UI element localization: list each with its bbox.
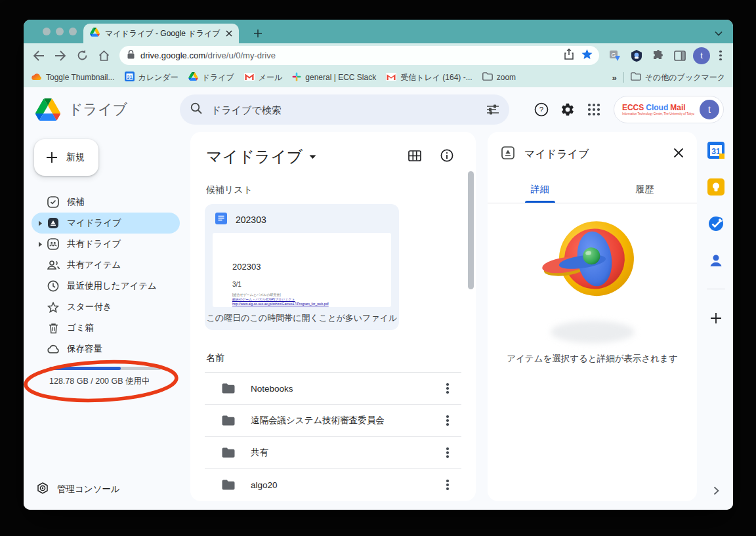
bookmarks-overflow-chevrons[interactable]: » — [612, 73, 617, 83]
back-icon[interactable] — [30, 47, 47, 64]
search-bar[interactable] — [180, 94, 509, 125]
table-row[interactable]: algo20 — [205, 469, 461, 501]
browser-menu-kebab-icon[interactable] — [715, 47, 726, 64]
table-row[interactable]: 共有 — [205, 437, 461, 469]
translate-icon[interactable]: G — [606, 47, 623, 64]
reload-icon[interactable] — [74, 47, 91, 64]
sidebar-item-storage[interactable]: 保存容量 — [32, 339, 180, 360]
tab-close-icon[interactable] — [226, 28, 232, 39]
settings-gear-icon[interactable] — [555, 96, 581, 123]
other-bookmarks-button[interactable]: その他のブックマーク — [631, 72, 725, 83]
lock-icon[interactable] — [127, 50, 135, 62]
scrollbar-thumb[interactable] — [468, 171, 474, 289]
row-more-kebab-icon[interactable] — [438, 411, 457, 430]
new-button[interactable]: 新規 — [34, 139, 98, 176]
drive-favicon-icon — [188, 72, 198, 83]
expand-arrow-icon[interactable] — [35, 220, 45, 226]
apps-grid-icon[interactable] — [581, 96, 607, 123]
sidebar-item-my-drive[interactable]: マイドライブ — [32, 213, 180, 234]
google-tasks-icon[interactable] — [707, 215, 725, 233]
browser-tab[interactable]: マイドライブ - Google ドライブ — [83, 24, 239, 43]
tab-details[interactable]: 詳細 — [488, 176, 593, 203]
tab-search-chevron-icon[interactable] — [715, 27, 723, 39]
search-icon[interactable] — [190, 102, 202, 117]
forward-icon[interactable] — [52, 47, 69, 64]
row-more-kebab-icon[interactable] — [438, 475, 457, 495]
google-calendar-icon[interactable]: 31 — [707, 141, 725, 159]
home-icon[interactable] — [95, 47, 112, 64]
sidebar-item-shared-with-me[interactable]: 共有アイテム — [32, 255, 180, 276]
expand-arrow-icon[interactable] — [35, 241, 45, 247]
row-more-kebab-icon[interactable] — [438, 379, 457, 398]
cloud-favicon-icon — [32, 73, 42, 83]
drive-profile-avatar[interactable]: t — [700, 100, 719, 119]
grid-view-icon[interactable] — [408, 150, 421, 164]
column-header-name[interactable]: 名前 — [205, 348, 461, 373]
shared-drive-icon — [47, 238, 60, 250]
sidebar-item-shared-drives[interactable]: 共有ドライブ — [32, 234, 180, 255]
google-contacts-icon[interactable] — [707, 251, 725, 270]
account-pill[interactable]: ECCSCloudMail Information Technology Cen… — [614, 96, 724, 123]
bookmark-star-icon[interactable] — [581, 49, 593, 62]
sidebar-item-trash[interactable]: ゴミ箱 — [32, 318, 180, 339]
slack-favicon-icon — [292, 72, 301, 83]
folder-icon — [222, 480, 235, 490]
collapse-panel-chevron-icon[interactable] — [707, 482, 725, 500]
get-add-ons-plus-icon[interactable] — [707, 309, 725, 327]
bookmark-item[interactable]: general | ECC Slack — [292, 72, 376, 83]
drive-wordmark: ドライブ — [68, 100, 127, 119]
row-more-kebab-icon[interactable] — [438, 443, 457, 463]
eccs-cloud-mail-logo: ECCSCloudMail Information Technology Cen… — [622, 104, 694, 116]
svg-text:31: 31 — [127, 74, 132, 80]
suggested-file-card[interactable]: 202303 202303 3/1 [組合せゲームとパズルの研究会] 組合せゲー… — [205, 204, 399, 330]
svg-text:?: ? — [539, 106, 543, 113]
svg-text:G: G — [611, 51, 616, 58]
google-docs-icon — [215, 213, 227, 226]
file-browser-panel: マイドライブ 候補リスト 202303 202303 — [190, 132, 476, 501]
drive-logo[interactable]: ドライブ — [24, 98, 180, 121]
bookmark-item[interactable]: 受信トレイ (164) -... — [386, 72, 472, 83]
sidebar-item-starred[interactable]: スター付き — [32, 297, 180, 318]
sidebar-item-suggestions[interactable]: 候補 — [32, 192, 180, 213]
drive-sidebar: 新規 候補 マイドライブ — [24, 132, 190, 510]
suggestion-reason-caption: この曜日のこの時間帯に開くことが多いファイル — [205, 312, 399, 324]
bookmark-item[interactable]: メール — [244, 72, 283, 83]
help-icon[interactable]: ? — [528, 96, 555, 123]
side-panel-icon[interactable] — [671, 47, 688, 64]
close-window-button[interactable] — [43, 28, 51, 35]
zoom-window-button[interactable] — [69, 28, 77, 35]
browser-profile-avatar[interactable]: t — [693, 47, 710, 64]
google-keep-icon[interactable] — [707, 178, 725, 196]
address-bar[interactable]: drive.google.com/drive/u/0/my-drive — [119, 46, 599, 65]
new-tab-button[interactable] — [249, 25, 266, 42]
bookmark-item[interactable]: Toggle Thumbnail... — [32, 73, 115, 83]
search-options-icon[interactable] — [482, 98, 504, 121]
gmail-favicon-icon — [244, 73, 255, 83]
bookmark-item[interactable]: ドライブ — [188, 72, 234, 83]
drive-app: ドライブ ? ECCSCloudMail Information Technol… — [24, 87, 733, 510]
close-icon[interactable] — [673, 148, 684, 161]
info-icon[interactable] — [440, 149, 453, 165]
my-drive-title-dropdown[interactable]: マイドライブ — [206, 146, 316, 167]
share-icon[interactable] — [564, 49, 574, 62]
folder-icon — [631, 72, 641, 83]
admin-console-button[interactable]: 管理コンソール — [37, 482, 120, 496]
extension-badge-icon[interactable] — [628, 47, 645, 64]
bookmark-item[interactable]: 31 カレンダー — [125, 72, 178, 83]
folder-icon — [222, 415, 235, 426]
sidebar-nav: 候補 マイドライブ 共有ドライブ 共有ア — [24, 192, 190, 360]
storage-bar-fill — [49, 367, 121, 370]
table-row[interactable]: 遠隔会議システム技術審査委員会 — [205, 405, 461, 437]
tab-activity[interactable]: 履歴 — [593, 176, 698, 203]
minimize-window-button[interactable] — [56, 28, 64, 35]
extensions-puzzle-icon[interactable] — [650, 47, 667, 64]
sidebar-item-recent[interactable]: 最近使用したアイテム — [32, 276, 180, 297]
drive-header: ドライブ ? ECCSCloudMail Information Technol… — [24, 87, 733, 132]
search-input[interactable] — [210, 104, 474, 116]
drive-favicon — [90, 28, 100, 39]
browser-titlebar: マイドライブ - Google ドライブ — [24, 20, 733, 43]
bookmark-item[interactable]: zoom — [482, 72, 516, 83]
table-row[interactable]: Notebooks — [205, 373, 461, 405]
my-drive-icon — [47, 217, 60, 229]
details-panel-title: マイドライブ — [524, 148, 663, 161]
